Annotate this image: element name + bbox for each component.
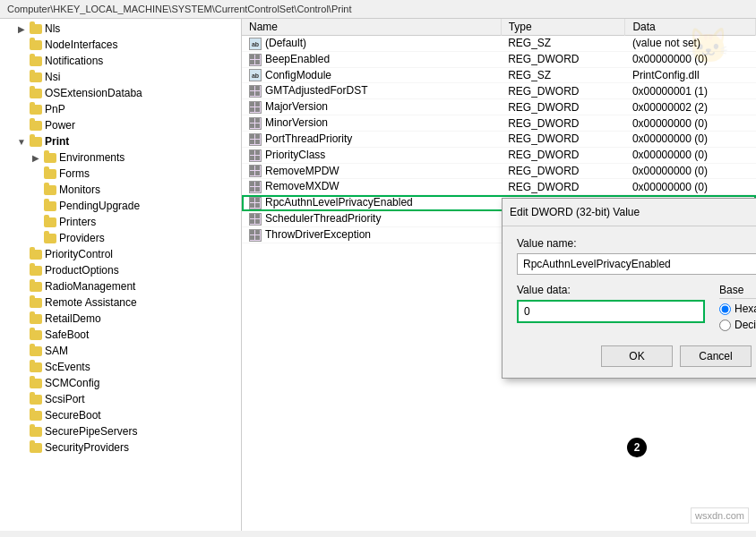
cell-type-priorityClass: REG_DWORD [501,147,625,163]
tree-item-safeBoot[interactable]: SafeBoot [0,327,241,343]
cell-name-gmtAdjusted: GMTAdjustedForDST [242,83,501,99]
cell-name-portThreadPriority: PortThreadPriority [242,131,501,147]
svg-rect-6 [250,91,254,96]
tree-item-secureBoot[interactable]: SecureBoot [0,407,241,423]
tree-item-environments[interactable]: ▶Environments [0,149,241,166]
tree-label-osExtension: OSExtensionDataba [45,87,142,99]
svg-rect-16 [250,134,254,139]
tree-item-securityProviders[interactable]: SecurityProviders [0,439,241,456]
tree-item-sam[interactable]: SAM [0,343,241,359]
svg-rect-17 [255,134,260,139]
tree-item-printers[interactable]: Printers [0,214,241,230]
table-row-default[interactable]: ab(Default)REG_SZ(value not set) [242,36,756,52]
tree-item-osExtension[interactable]: OSExtensionDataba [0,85,241,101]
content-area: ▶NlsNodeInterfacesNotificationsNsiOSExte… [0,19,756,531]
tree-item-scmConfig[interactable]: SCMConfig [0,375,241,391]
reg-icon-schedulerThread [249,213,262,226]
svg-rect-11 [255,107,260,112]
table-row-configModule[interactable]: abConfigModuleREG_SZPrintConfig.dll [242,67,756,83]
tree-item-retailDemo[interactable]: RetailDemo [0,311,241,327]
tree-item-radioManagement[interactable]: RadioManagement [0,278,241,294]
table-header-row: Name Type Data [242,19,756,36]
table-row-removeMPDW[interactable]: RemoveMPDWREG_DWORD0x00000000 (0) [242,163,756,179]
tree-item-pnp[interactable]: PnP [0,101,241,117]
tree-item-pendingUpgrade[interactable]: PendingUpgrade [0,198,241,214]
base-title: Base [719,284,756,299]
cell-data-majorVersion: 0x00000002 (2) [625,99,756,115]
svg-rect-15 [255,124,260,128]
table-row-majorVersion[interactable]: MajorVersionREG_DWORD0x00000002 (2) [242,99,756,115]
svg-rect-42 [250,235,254,240]
reg-icon-throwDriver [249,229,262,242]
table-row-removeMXDW[interactable]: RemoveMXDWREG_DWORD0x00000000 (0) [242,179,756,195]
tree-label-forms: Forms [59,167,90,180]
cell-type-minorVersion: REG_DWORD [501,115,625,132]
tree-item-priorityControl[interactable]: PriorityControl [0,246,241,262]
tree-item-forms[interactable]: Forms [0,166,241,182]
cancel-button[interactable]: Cancel [680,345,752,367]
folder-icon-forms [43,166,57,181]
tree-item-providers[interactable]: Providers [0,230,241,246]
value-name-input[interactable] [517,253,756,275]
tree-label-power: Power [45,119,75,132]
tree-label-radioManagement: RadioManagement [45,280,135,293]
tree-item-scEvents[interactable]: ScEvents [0,359,241,375]
ok-button[interactable]: OK [601,345,673,367]
tree-item-nodeInterfaces[interactable]: NodeInterfaces [0,37,241,53]
tree-item-remoteAssistance[interactable]: Remote Assistance [0,294,241,311]
svg-rect-3 [255,60,260,64]
hex-radio-label[interactable]: Hexadecimal [719,303,756,315]
table-row-minorVersion[interactable]: MinorVersionREG_DWORD0x00000000 (0) [242,115,756,132]
tree-item-power[interactable]: Power [0,117,241,133]
cell-type-gmtAdjusted: REG_DWORD [501,83,625,99]
tree-label-nsi: Nsi [45,71,60,83]
svg-rect-7 [255,91,260,96]
tree-label-monitors: Monitors [59,183,100,196]
dialog-title-bar: Edit DWORD (32-bit) Value ✕ [503,199,756,226]
tree-item-notifications[interactable]: Notifications [0,53,241,69]
tree-label-nls: Nls [45,22,60,35]
reg-icon-removeMPDW [249,165,262,177]
svg-rect-24 [250,166,254,170]
tree-arrow-print: ▼ [14,137,29,147]
hex-radio[interactable] [719,303,731,315]
dec-radio-label[interactable]: Decimal [719,319,756,331]
svg-rect-9 [255,102,260,107]
reg-icon-minorVersion [249,117,262,130]
table-row-beepEnabled[interactable]: BeepEnabledREG_DWORD0x00000000 (0) [242,51,756,67]
folder-icon-nls [29,21,43,36]
table-row-gmtAdjusted[interactable]: GMTAdjustedForDSTREG_DWORD0x00000001 (1) [242,83,756,99]
svg-rect-23 [255,156,260,160]
table-row-priorityClass[interactable]: PriorityClassREG_DWORD0x00000000 (0) [242,147,756,163]
reg-icon-default: ab [249,38,262,50]
table-row-portThreadPriority[interactable]: PortThreadPriorityREG_DWORD0x00000000 (0… [242,131,756,147]
edit-dword-dialog[interactable]: Edit DWORD (32-bit) Value ✕ Value name: … [502,198,756,379]
tree-item-nls[interactable]: ▶Nls [0,21,241,37]
tree-item-securePipeServers[interactable]: SecurePipeServers [0,423,241,439]
tree-item-scsiPort[interactable]: ScsiPort [0,391,241,407]
reg-icon-priorityClass [249,149,262,162]
cell-type-configModule: REG_SZ [501,67,625,83]
folder-icon-providers [43,231,57,245]
dec-radio[interactable] [719,320,731,331]
tree-item-nsi[interactable]: Nsi [0,69,241,85]
tree-item-print[interactable]: ▼Print [0,133,241,149]
svg-rect-5 [255,86,260,90]
tree-arrow-environments: ▶ [29,153,43,163]
folder-icon-secureBoot [29,408,43,422]
tree-label-securePipeServers: SecurePipeServers [45,425,137,438]
dialog-data-row: Value data: Base Hexadecimal Decim [517,284,756,335]
svg-rect-10 [250,107,254,112]
folder-icon-pendingUpgrade [43,199,57,213]
tree-item-productOptions[interactable]: ProductOptions [0,262,241,278]
cell-data-removeMXDW: 0x00000000 (0) [625,179,756,195]
tree-item-monitors[interactable]: Monitors [0,182,241,198]
cell-name-throwDriver: ThrowDriverException [242,226,501,243]
cell-name-minorVersion: MinorVersion [242,115,501,132]
title-bar: Computer\HKEY_LOCAL_MACHINE\SYSTEM\Curre… [0,0,756,19]
folder-icon-priorityControl [29,247,43,261]
tree-label-nodeInterfaces: NodeInterfaces [45,38,117,51]
folder-icon-sam [29,344,43,358]
folder-icon-osExtension [29,86,43,100]
value-data-input[interactable] [517,300,705,323]
